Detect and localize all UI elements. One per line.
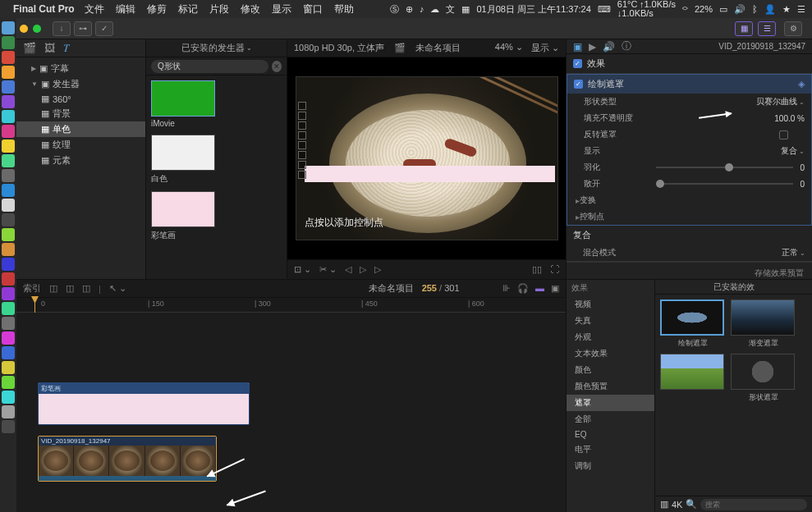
status-icon-cloud[interactable]: ☁ bbox=[430, 4, 439, 15]
dock-app-icon[interactable] bbox=[2, 302, 15, 315]
layout-grid-button[interactable]: ▦ bbox=[735, 21, 753, 36]
dock-app-icon[interactable] bbox=[2, 169, 15, 182]
spread-slider[interactable] bbox=[656, 183, 793, 185]
select-tool-icon[interactable]: ↖ ⌄ bbox=[109, 283, 126, 294]
prev-frame-icon[interactable]: ◁ bbox=[345, 264, 351, 275]
scopes-icon[interactable]: ▯▯ bbox=[532, 264, 542, 275]
clip-video[interactable]: VID_20190918_132947 bbox=[38, 436, 217, 482]
dock-app-icon[interactable] bbox=[2, 243, 15, 256]
generator-item[interactable]: 彩笔画 bbox=[151, 191, 282, 241]
effects-category[interactable]: 全部 bbox=[567, 411, 654, 427]
tl-tool-2-icon[interactable]: ◫ bbox=[66, 283, 74, 294]
mask-overlay[interactable] bbox=[305, 166, 555, 182]
crop-tool-icon[interactable]: ⊡ ⌄ bbox=[294, 264, 311, 275]
status-list-icon[interactable]: ☰ bbox=[797, 4, 805, 15]
video-inspector-tab-icon[interactable]: ▣ bbox=[573, 41, 582, 53]
dock-app-icon[interactable] bbox=[2, 21, 15, 34]
effects-category[interactable]: 颜色 bbox=[567, 362, 654, 378]
tree-item[interactable]: ▶ ▣ 字幕 bbox=[16, 61, 145, 76]
menu-help[interactable]: 帮助 bbox=[334, 2, 354, 16]
info-inspector-tab-icon[interactable]: ⓘ bbox=[622, 39, 631, 53]
tree-item[interactable]: ▦ 纹理 bbox=[16, 137, 145, 153]
status-star-icon[interactable]: ★ bbox=[782, 4, 791, 15]
status-volume-icon[interactable]: 🔊 bbox=[734, 4, 745, 15]
effects-checkbox[interactable]: ✓ bbox=[573, 59, 582, 68]
status-icon-keyboard[interactable]: ⌨ bbox=[598, 4, 611, 15]
feather-slider[interactable] bbox=[656, 167, 793, 168]
import-button[interactable]: ↓ bbox=[53, 21, 71, 36]
clapper-icon[interactable]: 🎬 bbox=[394, 43, 406, 53]
tree-item[interactable]: ▦ 单色 bbox=[16, 121, 145, 137]
fx-filter-icon[interactable]: ▥ bbox=[660, 499, 668, 510]
dock-app-icon[interactable] bbox=[2, 346, 15, 359]
viewer-canvas[interactable]: 点按以添加控制点 bbox=[287, 57, 566, 259]
effects-category[interactable]: 遮罩 bbox=[567, 395, 654, 411]
search-clear-icon[interactable]: ✕ bbox=[272, 61, 282, 72]
effects-category[interactable]: 电平 bbox=[567, 441, 654, 458]
param-fill-opacity[interactable]: 填充不透明度 100.0 % bbox=[567, 110, 811, 126]
keyword-button[interactable]: ⊶ bbox=[74, 21, 92, 36]
retime-tool-icon[interactable]: ✂ ⌄ bbox=[319, 264, 337, 275]
effect-item[interactable]: 绘制遮罩 bbox=[660, 299, 726, 349]
dock-app-icon[interactable] bbox=[2, 420, 15, 433]
dock-app-icon[interactable] bbox=[2, 154, 15, 167]
generators-header[interactable]: 已安装的发生器 ⌄ bbox=[146, 39, 287, 57]
status-icon-s[interactable]: Ⓢ bbox=[390, 3, 399, 16]
effects-category[interactable]: 调制 bbox=[567, 458, 654, 474]
timeline-tracks[interactable]: 彩笔画 VID_20190918_132947 bbox=[16, 313, 566, 512]
dock-app-icon[interactable] bbox=[2, 391, 15, 404]
mask-keyframe-icon[interactable]: ◈ bbox=[798, 79, 805, 89]
invert-checkbox[interactable] bbox=[779, 130, 788, 139]
dock-app-icon[interactable] bbox=[2, 51, 15, 64]
param-transform[interactable]: ▸ 变换 bbox=[567, 192, 811, 208]
status-battery-icon[interactable]: ▭ bbox=[719, 4, 727, 15]
status-icon-globe[interactable]: ⊕ bbox=[406, 4, 413, 15]
clip-generator[interactable]: 彩笔画 bbox=[38, 382, 250, 425]
tl-snap-icon[interactable]: ▬ bbox=[535, 283, 544, 294]
next-frame-icon[interactable]: ▷ bbox=[374, 264, 381, 275]
bg-task-button[interactable]: ✓ bbox=[95, 21, 113, 36]
status-bluetooth-icon[interactable]: ᛒ bbox=[752, 4, 758, 14]
audio-inspector-tab-icon[interactable]: 🔊 bbox=[603, 41, 615, 53]
status-icon-cal[interactable]: ▦ bbox=[461, 4, 470, 15]
dock-app-icon[interactable] bbox=[2, 361, 15, 374]
app-name[interactable]: Final Cut Pro bbox=[13, 3, 75, 15]
fullscreen-icon[interactable]: ⛶ bbox=[550, 264, 559, 275]
settings-button[interactable]: ⚙ bbox=[784, 21, 802, 36]
tree-item[interactable]: ▦ 360° bbox=[16, 92, 145, 106]
tl-solo-icon[interactable]: ▣ bbox=[551, 283, 559, 294]
dock-app-icon[interactable] bbox=[2, 331, 15, 345]
dock-app-icon[interactable] bbox=[2, 110, 15, 123]
effects-category[interactable]: EQ bbox=[567, 427, 654, 441]
param-feather[interactable]: 羽化 0 bbox=[567, 159, 811, 176]
status-user-icon[interactable]: 👤 bbox=[764, 4, 776, 15]
composite-section-header[interactable]: 复合 bbox=[567, 226, 812, 245]
param-control-points[interactable]: ▸ 控制点 bbox=[567, 208, 811, 225]
param-invert[interactable]: 反转遮罩 bbox=[567, 126, 811, 143]
generator-item[interactable]: 白色 bbox=[151, 135, 282, 185]
dock-app-icon[interactable] bbox=[2, 258, 15, 271]
dock-app-icon[interactable] bbox=[2, 66, 15, 79]
dock-app-icon[interactable] bbox=[2, 317, 15, 330]
effects-search-input[interactable] bbox=[700, 499, 807, 510]
menu-clip[interactable]: 片段 bbox=[209, 2, 229, 16]
library-tab-icon[interactable]: 🎬 bbox=[23, 42, 36, 54]
dock-app-icon[interactable] bbox=[2, 405, 15, 418]
dock-app-icon[interactable] bbox=[2, 376, 15, 389]
mask-section-header[interactable]: ✓ 绘制遮罩 ◈ bbox=[567, 75, 811, 94]
dock-app-icon[interactable] bbox=[2, 36, 15, 49]
effect-item[interactable]: 渐变遮罩 bbox=[731, 299, 796, 349]
dock-app-icon[interactable] bbox=[2, 184, 15, 197]
menu-window[interactable]: 窗口 bbox=[303, 2, 323, 16]
tree-item[interactable]: ▦ 元素 bbox=[16, 153, 145, 168]
dock-app-icon[interactable] bbox=[2, 80, 15, 94]
dock-app-icon[interactable] bbox=[2, 287, 15, 300]
status-icon-music[interactable]: ♪ bbox=[420, 4, 424, 14]
dock-app-icon[interactable] bbox=[2, 228, 15, 241]
fx-4k-icon[interactable]: 4K bbox=[672, 500, 682, 510]
status-datetime[interactable]: 01月08日 周三 上午11:37:24 bbox=[476, 3, 590, 16]
timeline-ruler[interactable]: 0 | 150 | 300 | 450 | 600 bbox=[16, 298, 566, 313]
titles-tab-icon[interactable]: 𝑇 bbox=[63, 42, 69, 55]
layout-list-button[interactable]: ☰ bbox=[758, 21, 776, 36]
tl-audio-icon[interactable]: 🎧 bbox=[517, 283, 529, 294]
